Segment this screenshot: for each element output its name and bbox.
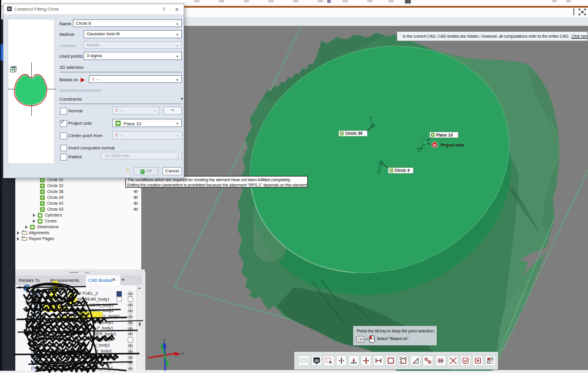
svg-text:Plane 10: Plane 10 — [436, 133, 453, 137]
svg-text:✕: ✕ — [433, 143, 436, 147]
svg-text:x: x — [182, 351, 184, 355]
svg-text:Circle 4: Circle 4 — [395, 168, 410, 172]
svg-text:3D: 3D — [314, 358, 319, 362]
svg-text:Project onto: Project onto — [441, 143, 464, 148]
svg-text:1.0: 1.0 — [490, 360, 494, 364]
svg-text:z: z — [164, 338, 166, 342]
svg-text:Circle 39: Circle 39 — [346, 131, 363, 135]
